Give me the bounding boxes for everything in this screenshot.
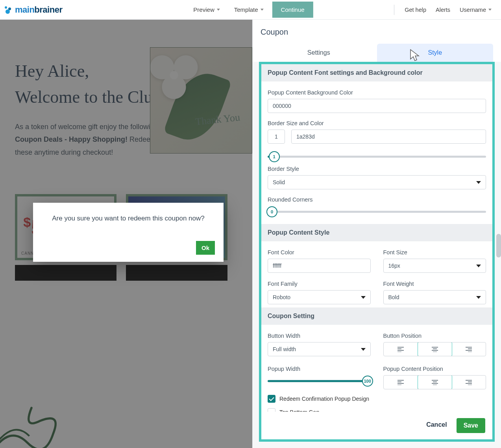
button-position-right[interactable] bbox=[452, 342, 486, 356]
popup-position-right[interactable] bbox=[452, 376, 486, 389]
canvas-preview: Thank You Hey Alice, Welcome to the Club… bbox=[0, 20, 252, 448]
border-color-input[interactable]: 1a283d bbox=[291, 130, 486, 144]
font-size-value: 16px bbox=[388, 263, 400, 269]
logo[interactable]: mainbrainer bbox=[5, 5, 62, 15]
popup-position-segmented bbox=[383, 375, 486, 389]
redeem-confirm-label: Redeem Confirmation Popup Design bbox=[279, 396, 369, 402]
scrollbar-thumb[interactable] bbox=[496, 234, 501, 257]
tab-settings[interactable]: Settings bbox=[261, 44, 377, 62]
section-coupon-setting-body: Button Width Full width Button Position bbox=[261, 325, 492, 425]
border-style-select[interactable]: Solid bbox=[268, 175, 486, 189]
panel-body: Popup Content Font settings and Backgrou… bbox=[259, 62, 495, 442]
align-center-icon bbox=[431, 380, 438, 385]
chevron-down-icon bbox=[217, 9, 220, 11]
font-family-select[interactable]: Roboto bbox=[268, 290, 371, 304]
chevron-down-icon bbox=[476, 296, 481, 299]
button-width-select[interactable]: Full width bbox=[268, 342, 371, 356]
button-position-segmented bbox=[383, 342, 486, 356]
slider-thumb[interactable]: 1 bbox=[269, 151, 280, 162]
cancel-button[interactable]: Cancel bbox=[424, 418, 449, 433]
align-center-icon bbox=[431, 346, 438, 352]
border-color-value: 1a283d bbox=[296, 133, 315, 140]
preview-label: Preview bbox=[193, 6, 214, 13]
button-width-value: Full width bbox=[273, 346, 296, 352]
preview-menu[interactable]: Preview bbox=[188, 2, 225, 17]
border-style-label: Border Style bbox=[268, 166, 486, 172]
popup-width-label: Popup Width bbox=[268, 366, 371, 372]
popup-position-center[interactable] bbox=[418, 375, 452, 389]
rounded-slider[interactable]: 0 bbox=[268, 206, 486, 218]
font-size-select[interactable]: 16px bbox=[383, 259, 486, 273]
redeem-confirm-checkbox[interactable] bbox=[268, 395, 275, 403]
font-color-input[interactable]: ffffff bbox=[268, 259, 371, 273]
template-label: Template bbox=[234, 6, 258, 13]
section-coupon-setting-head: Coupon Setting bbox=[261, 307, 492, 325]
font-family-label: Font Family bbox=[268, 281, 371, 287]
chevron-down-icon bbox=[261, 9, 264, 11]
username-label: Username bbox=[460, 7, 486, 13]
section-font-bg-head: Popup Content Font settings and Backgrou… bbox=[261, 64, 492, 81]
button-position-left[interactable] bbox=[384, 342, 418, 356]
border-style-value: Solid bbox=[273, 179, 285, 185]
nav-right: Get help Alerts Username bbox=[388, 3, 496, 17]
chevron-down-icon bbox=[361, 348, 366, 351]
align-left-icon bbox=[397, 346, 404, 352]
logo-text: mainbrainer bbox=[15, 5, 62, 15]
font-weight-value: Bold bbox=[388, 294, 399, 300]
continue-button[interactable]: Continue bbox=[272, 2, 313, 18]
font-weight-label: Font Weight bbox=[383, 281, 486, 287]
rounded-label: Rounded Corners bbox=[268, 196, 486, 203]
top-bar: mainbrainer Preview Template Continue Ge… bbox=[0, 0, 501, 20]
divider bbox=[394, 5, 394, 15]
confirm-dialog: Are you sure you want to redeem this cou… bbox=[33, 203, 224, 262]
logo-icon bbox=[5, 6, 13, 14]
bg-color-label: Popup Content Background Color bbox=[268, 89, 486, 96]
panel-footer: Cancel Save bbox=[261, 412, 492, 439]
button-position-center[interactable] bbox=[418, 342, 452, 356]
workspace: Thank You Hey Alice, Welcome to the Club… bbox=[0, 20, 501, 448]
ok-button[interactable]: Ok bbox=[196, 241, 215, 255]
section-content-style-body: Font Color ffffff Font Size 16px bbox=[261, 241, 492, 307]
confirm-message: Are you sure you want to redeem this cou… bbox=[41, 215, 216, 222]
align-left-icon bbox=[397, 380, 404, 385]
panel-tabs: Settings Style bbox=[261, 44, 493, 62]
popup-width-slider[interactable]: 100 bbox=[268, 375, 371, 387]
chevron-down-icon bbox=[488, 9, 492, 11]
align-right-icon bbox=[465, 380, 472, 385]
tab-style[interactable]: Style bbox=[377, 44, 494, 62]
alerts-link[interactable]: Alerts bbox=[431, 3, 455, 17]
bg-color-value: 000000 bbox=[273, 103, 291, 109]
chevron-down-icon bbox=[361, 296, 366, 299]
font-family-value: Roboto bbox=[273, 294, 290, 300]
border-label: Border Size and Color bbox=[268, 120, 486, 126]
save-button[interactable]: Save bbox=[457, 418, 485, 433]
template-menu[interactable]: Template bbox=[229, 2, 269, 17]
font-color-label: Font Color bbox=[268, 249, 371, 255]
section-content-style-head: Popup Content Style bbox=[261, 224, 492, 241]
get-help-link[interactable]: Get help bbox=[400, 3, 431, 17]
username-menu[interactable]: Username bbox=[455, 3, 496, 17]
slider-thumb[interactable]: 0 bbox=[266, 206, 277, 217]
redeem-confirm-checkbox-row[interactable]: Redeem Confirmation Popup Design bbox=[268, 395, 486, 403]
chevron-down-icon bbox=[476, 265, 481, 267]
button-width-label: Button Width bbox=[268, 333, 371, 339]
bg-color-input[interactable]: 000000 bbox=[268, 99, 486, 113]
nav-center: Preview Template Continue bbox=[188, 2, 313, 18]
panel-scroll[interactable]: Popup Content Font settings and Backgrou… bbox=[261, 64, 492, 439]
align-right-icon bbox=[465, 346, 472, 352]
border-size-input[interactable]: 1 bbox=[268, 130, 285, 144]
cursor-icon bbox=[409, 49, 421, 62]
popup-position-label: Popup Content Position bbox=[383, 366, 486, 372]
panel-title: Coupon bbox=[261, 28, 493, 37]
border-size-slider[interactable]: 1 bbox=[268, 151, 486, 163]
button-position-label: Button Position bbox=[383, 333, 486, 339]
section-font-bg-body: Popup Content Background Color 000000 Bo… bbox=[261, 81, 492, 224]
font-size-label: Font Size bbox=[383, 249, 486, 255]
font-color-value: ffffff bbox=[273, 263, 281, 269]
popup-position-left[interactable] bbox=[384, 376, 418, 389]
chevron-down-icon bbox=[476, 181, 481, 184]
side-panel: Coupon Settings Style Popup Content Font… bbox=[252, 20, 501, 448]
panel-head: Coupon Settings Style bbox=[253, 20, 501, 62]
font-weight-select[interactable]: Bold bbox=[383, 290, 486, 304]
slider-thumb[interactable]: 100 bbox=[362, 376, 373, 387]
